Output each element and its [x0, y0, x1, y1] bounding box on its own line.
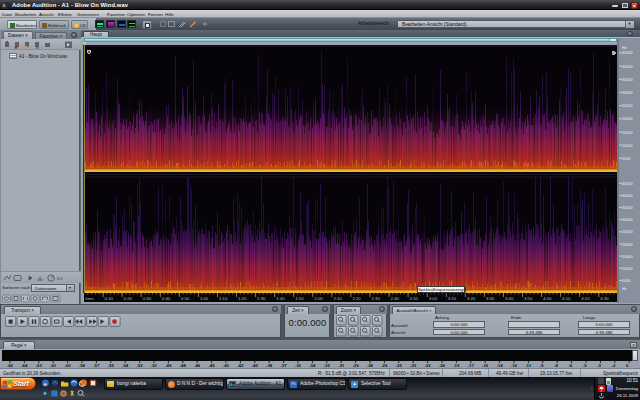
svg-text:0:40: 0:40	[162, 295, 171, 300]
svg-text:2:50: 2:50	[410, 295, 419, 300]
svg-text:3:00: 3:00	[429, 295, 438, 300]
svg-text:4:00: 4:00	[543, 295, 552, 300]
svg-text:0:1: 0:1	[57, 276, 63, 281]
svg-text:2:00: 2:00	[314, 295, 323, 300]
svg-text:2:20: 2:20	[352, 295, 361, 300]
svg-text:1:20: 1:20	[238, 295, 247, 300]
svg-text:Hz: Hz	[622, 287, 627, 291]
svg-text:35000: 35000	[622, 77, 633, 81]
svg-text:20000: 20000	[622, 117, 633, 121]
svg-text:3:40: 3:40	[505, 295, 514, 300]
svg-text:3:20: 3:20	[467, 295, 476, 300]
svg-text:1:50: 1:50	[295, 295, 304, 300]
svg-text:25000: 25000	[622, 230, 633, 234]
svg-text:3:30: 3:30	[486, 295, 495, 300]
svg-text:Hz: Hz	[622, 46, 627, 50]
svg-text:0:20: 0:20	[124, 295, 133, 300]
svg-text:45000: 45000	[622, 51, 633, 55]
svg-text:40000: 40000	[622, 193, 633, 197]
svg-text:30000: 30000	[622, 90, 633, 94]
svg-text:15000: 15000	[622, 254, 633, 258]
svg-text:2:40: 2:40	[391, 295, 400, 300]
svg-text:0:30: 0:30	[143, 295, 152, 300]
svg-text:0:50: 0:50	[181, 295, 190, 300]
svg-text:15000: 15000	[622, 130, 633, 134]
svg-text:2:10: 2:10	[333, 295, 342, 300]
svg-text:10000: 10000	[622, 266, 633, 270]
svg-text:hms: hms	[86, 295, 94, 300]
svg-text:10000: 10000	[622, 143, 633, 147]
svg-text:20000: 20000	[622, 242, 633, 246]
svg-text:30000: 30000	[622, 218, 633, 222]
svg-text:2:30: 2:30	[372, 295, 381, 300]
svg-text:4:20: 4:20	[581, 295, 590, 300]
svg-text:3:50: 3:50	[524, 295, 533, 300]
svg-text:1:40: 1:40	[276, 295, 285, 300]
svg-text:5000: 5000	[622, 156, 630, 160]
svg-text:25000: 25000	[622, 104, 633, 108]
svg-text:5000: 5000	[622, 278, 630, 282]
svg-text:4:10: 4:10	[562, 295, 571, 300]
svg-text:0:10: 0:10	[105, 295, 114, 300]
svg-text:4:30: 4:30	[600, 295, 609, 300]
svg-text:1:10: 1:10	[219, 295, 228, 300]
svg-text:1:30: 1:30	[257, 295, 266, 300]
svg-text:45000: 45000	[622, 181, 633, 185]
svg-text:40000: 40000	[622, 64, 633, 68]
svg-text:35000: 35000	[622, 206, 633, 210]
svg-text:3:10: 3:10	[448, 295, 457, 300]
svg-text:1:00: 1:00	[200, 295, 209, 300]
